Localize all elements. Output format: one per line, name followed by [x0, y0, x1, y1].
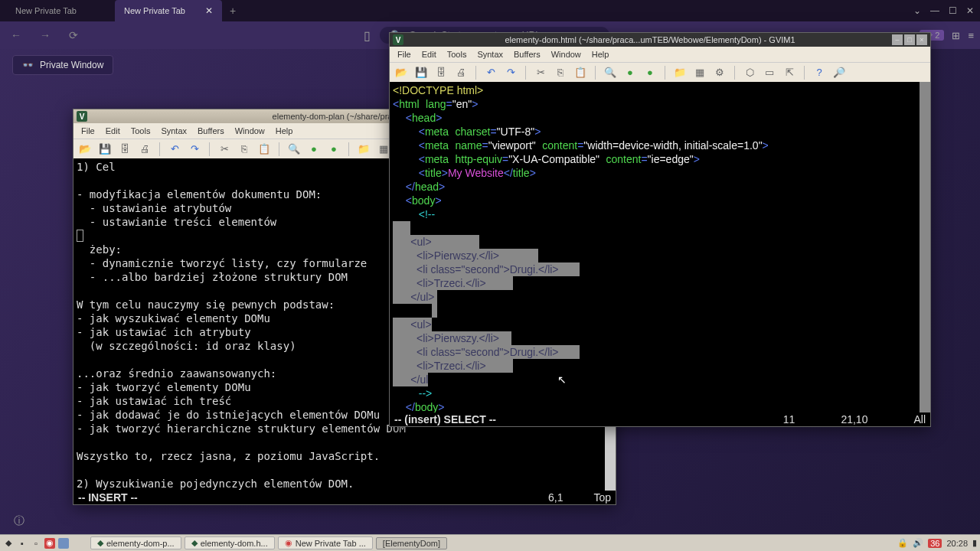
script-icon[interactable]: ▦ — [693, 66, 707, 80]
tray-icon[interactable]: 🔊 — [913, 538, 923, 548]
undo-icon[interactable]: ↶ — [484, 66, 498, 80]
reload-button[interactable]: ⟳ — [64, 26, 83, 44]
print-icon[interactable]: 🖨 — [454, 66, 468, 80]
search-help-icon[interactable]: 🔎 — [832, 66, 846, 80]
tab-label: New Private Tab — [124, 6, 185, 15]
gvim-toolbar: 📂 💾 🗄 🖨 ↶ ↷ ✂ ⎘ 📋 🔍 ● ● 📁 ▦ ⚙ ⬡ ▭ ⇱ ? 🔎 — [390, 62, 930, 82]
new-tab-button[interactable]: + — [224, 5, 242, 17]
close-icon[interactable]: ✕ — [205, 5, 213, 16]
menu-edit[interactable]: Edit — [101, 125, 125, 137]
system-tray: 🔒 🔊 36 20:28 ▮ — [897, 538, 977, 548]
redo-icon[interactable]: ↷ — [504, 66, 518, 80]
next-icon[interactable]: ● — [623, 66, 637, 80]
session-icon[interactable]: 📁 — [673, 66, 687, 80]
vim-icon: V — [77, 111, 87, 122]
print-icon[interactable]: 🖨 — [138, 142, 152, 156]
terminal-icon[interactable]: ▪ — [17, 538, 28, 549]
open-icon[interactable]: 📂 — [394, 66, 408, 80]
taskbar-item[interactable]: ◆elementy-dom.h... — [185, 536, 275, 549]
tray-icon[interactable]: 🔒 — [897, 538, 908, 548]
find-icon[interactable]: 🔍 — [603, 66, 617, 80]
tray-badge[interactable]: 36 — [928, 539, 942, 548]
maximize-icon[interactable]: □ — [904, 34, 915, 45]
gvim-titlebar[interactable]: V elementy-dom.html (~/share/praca...umT… — [390, 33, 930, 47]
status-col: 11 — [783, 413, 795, 425]
undo-icon[interactable]: ↶ — [168, 142, 181, 156]
status-mode: -- INSERT -- — [78, 491, 138, 504]
private-window-badge: 👓 Private Window — [12, 55, 113, 75]
info-icon[interactable]: ⓘ — [14, 514, 24, 528]
close-icon[interactable]: ✕ — [966, 5, 974, 16]
status-percent: Top — [593, 491, 611, 504]
saveall-icon[interactable]: 🗄 — [434, 66, 448, 80]
clock[interactable]: 20:28 — [946, 539, 968, 548]
status-position: 6,1 — [548, 491, 563, 504]
paste-icon[interactable]: 📋 — [573, 66, 587, 80]
tray-menu-icon[interactable]: ▮ — [972, 538, 977, 548]
menu-help[interactable]: Help — [271, 125, 298, 137]
taskbar-item[interactable]: ◉New Private Tab ... — [278, 536, 373, 549]
taskbar: ◆ ▪ ▫ ◉ ◆elementy-dom-p... ◆elementy-dom… — [0, 534, 980, 551]
paste-icon[interactable]: 📋 — [257, 142, 271, 156]
menu-tools[interactable]: Tools — [443, 48, 472, 60]
menu-edit[interactable]: Edit — [417, 48, 441, 60]
menu-tools[interactable]: Tools — [126, 125, 155, 137]
gvim-menubar: File Edit Tools Syntax Buffers Window He… — [390, 47, 930, 62]
reader-icon[interactable]: ▯ — [364, 28, 371, 43]
status-mode: -- (insert) SELECT -- — [394, 413, 496, 425]
next-icon[interactable]: ● — [307, 142, 321, 156]
redo-icon[interactable]: ↷ — [188, 142, 201, 156]
gvim-statusbar: -- (insert) SELECT -- 11 21,10 All — [390, 412, 930, 426]
extensions-icon[interactable]: ⊞ — [952, 30, 960, 41]
mask-icon: 👓 — [22, 60, 34, 70]
session-icon[interactable]: 📁 — [357, 142, 371, 156]
back-button[interactable]: ← — [6, 26, 26, 44]
status-percent: All — [913, 413, 926, 425]
tab-label: New Private Tab — [15, 6, 77, 15]
max-icon[interactable]: ⇱ — [782, 66, 796, 80]
prev-icon[interactable]: ● — [643, 66, 657, 80]
copy-icon[interactable]: ⎘ — [554, 66, 567, 80]
scrollbar[interactable] — [920, 82, 930, 412]
copy-icon[interactable]: ⎘ — [237, 142, 251, 156]
win-icon[interactable]: ▭ — [763, 66, 776, 80]
cut-icon[interactable]: ✂ — [217, 142, 231, 156]
forward-button[interactable]: → — [35, 26, 55, 44]
minimize-icon[interactable]: – — [892, 34, 903, 45]
maximize-icon[interactable]: ☐ — [949, 5, 957, 16]
browser-titlebar: New Private Tab New Private Tab ✕ + ⌄ — … — [0, 0, 980, 21]
menu-buffers[interactable]: Buffers — [193, 125, 229, 137]
window-title: elementy-dom.html (~/share/praca...umTEB… — [408, 35, 892, 44]
minimize-icon[interactable]: — — [930, 5, 939, 16]
start-menu-icon[interactable]: ◆ — [3, 538, 14, 549]
prev-icon[interactable]: ● — [327, 142, 341, 156]
editor-content[interactable]: <!DOCTYPE html> <html lang="en"> <head> … — [390, 82, 930, 412]
cut-icon[interactable]: ✂ — [534, 66, 547, 80]
desktop-icon[interactable] — [58, 538, 69, 549]
app-icon[interactable]: ◉ — [44, 538, 55, 549]
browser-tab-active[interactable]: New Private Tab ✕ — [115, 0, 222, 21]
tag-icon[interactable]: ⬡ — [743, 66, 756, 80]
menu-syntax[interactable]: Syntax — [156, 125, 191, 137]
taskbar-item-active[interactable]: [ElementyDom] — [376, 537, 447, 549]
menu-buffers[interactable]: Buffers — [509, 48, 545, 60]
save-icon[interactable]: 💾 — [414, 66, 428, 80]
open-icon[interactable]: 📂 — [78, 142, 92, 156]
help-icon[interactable]: ? — [812, 66, 826, 80]
menu-icon[interactable]: ≡ — [968, 30, 974, 41]
menu-file[interactable]: File — [393, 48, 416, 60]
files-icon[interactable]: ▫ — [31, 538, 41, 549]
make-icon[interactable]: ⚙ — [713, 66, 727, 80]
menu-help[interactable]: Help — [587, 48, 614, 60]
saveall-icon[interactable]: 🗄 — [118, 142, 132, 156]
menu-window[interactable]: Window — [230, 125, 270, 137]
save-icon[interactable]: 💾 — [98, 142, 112, 156]
find-icon[interactable]: 🔍 — [287, 142, 301, 156]
taskbar-item[interactable]: ◆elementy-dom-p... — [90, 536, 181, 549]
menu-syntax[interactable]: Syntax — [472, 48, 508, 60]
menu-file[interactable]: File — [77, 125, 100, 137]
menu-window[interactable]: Window — [547, 48, 586, 60]
browser-tab-inactive[interactable]: New Private Tab — [6, 0, 113, 21]
close-icon[interactable]: × — [916, 34, 927, 45]
chevron-down-icon[interactable]: ⌄ — [913, 5, 921, 16]
